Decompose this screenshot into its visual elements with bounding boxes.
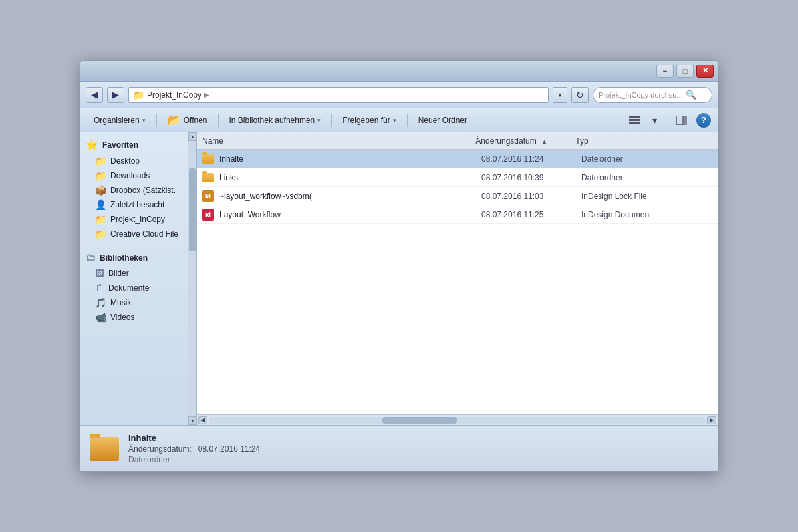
toolbar-separator-5 xyxy=(668,114,668,127)
search-box[interactable]: Projekt_InCopy durchsu... 🔍 xyxy=(593,87,712,103)
favorites-star-icon: ⭐ xyxy=(86,139,98,151)
table-row[interactable]: Id Layout_Workflow 08.07.2016 11:25 InDe… xyxy=(197,205,718,224)
status-name: Inhalte xyxy=(128,433,260,443)
refresh-button[interactable]: ↻ xyxy=(571,87,589,103)
status-info: Inhalte Änderungsdatum: 08.07.2016 11:24… xyxy=(128,433,260,464)
sidebar-item-creative-cloud[interactable]: 📁 Creative Cloud File xyxy=(80,227,196,241)
dropbox-folder-icon: 📦 xyxy=(95,185,106,196)
sidebar-item-bilder[interactable]: 🖼 Bilder xyxy=(80,266,196,281)
table-row[interactable]: Inhalte 08.07.2016 11:24 Dateiordner xyxy=(197,150,718,168)
desktop-folder-icon: 📁 xyxy=(95,156,106,166)
file-type: Dateiordner xyxy=(581,154,712,164)
hscroll-right-button[interactable]: ▶ xyxy=(707,416,716,424)
sidebar-item-videos[interactable]: 📹 Videos xyxy=(80,310,196,325)
toolbar-separator-3 xyxy=(331,114,332,127)
col-date-sort-icon: ▲ xyxy=(541,138,547,145)
file-date: 08.07.2016 11:03 xyxy=(481,192,581,201)
dokumente-icon: 🗒 xyxy=(95,283,104,293)
sidebar-scrollbar[interactable]: ▲ ▼ xyxy=(188,132,196,425)
path-arrow: ▶ xyxy=(204,91,209,98)
toolbar: Organisieren ▾ 📂 Öffnen In Bibliothek au… xyxy=(80,108,718,132)
hscroll-left-button[interactable]: ◀ xyxy=(198,416,207,424)
sidebar-item-musik[interactable]: 🎵 Musik xyxy=(80,295,196,310)
file-date: 08.07.2016 11:24 xyxy=(481,154,581,164)
new-folder-button[interactable]: Neuer Ordner xyxy=(412,112,473,129)
file-date: 08.07.2016 11:25 xyxy=(481,210,581,219)
toolbar-separator-2 xyxy=(218,114,219,127)
statusbar: Inhalte Änderungsdatum: 08.07.2016 11:24… xyxy=(80,425,718,471)
libraries-label: Bibliotheken xyxy=(100,253,148,263)
toolbar-separator-1 xyxy=(156,114,157,127)
library-button[interactable]: In Bibliothek aufnehmen ▾ xyxy=(223,112,328,129)
share-button[interactable]: Freigeben für ▾ xyxy=(336,112,402,129)
toolbar-separator-4 xyxy=(407,114,408,127)
zuletzt-folder-icon: 👤 xyxy=(95,200,106,210)
sidebar-item-zuletzt[interactable]: 👤 Zuletzt besucht xyxy=(80,198,196,212)
svg-rect-4 xyxy=(684,116,687,125)
file-list: Inhalte 08.07.2016 11:24 Dateiordner Lin… xyxy=(197,150,718,414)
close-button[interactable]: ✕ xyxy=(696,65,714,78)
sidebar-scroll-down-button[interactable]: ▼ xyxy=(188,416,197,425)
sidebar-scroll-thumb[interactable] xyxy=(189,168,196,251)
col-type-header[interactable]: Typ xyxy=(575,136,712,146)
view-dropdown-button[interactable]: ▾ xyxy=(645,112,664,129)
status-type: Dateiordner xyxy=(128,455,260,464)
sidebar-item-projekt[interactable]: 📁 Projekt_InCopy xyxy=(80,212,196,227)
status-file-icon xyxy=(90,437,119,461)
favorites-header[interactable]: ⭐ Favoriten xyxy=(80,136,196,154)
libraries-icon: 🗂 xyxy=(86,252,96,263)
sidebar-item-dokumente[interactable]: 🗒 Dokumente xyxy=(80,281,196,295)
sidebar-dokumente-label: Dokumente xyxy=(108,283,149,293)
col-date-header[interactable]: Änderungsdatum ▲ xyxy=(475,136,575,146)
svg-rect-3 xyxy=(676,116,683,125)
file-icon-folder xyxy=(202,173,215,182)
status-date: Änderungsdatum: 08.07.2016 11:24 xyxy=(128,444,260,454)
table-row[interactable]: Id ~layout_workflow~vsdbm( 08.07.2016 11… xyxy=(197,187,718,205)
sidebar-downloads-label: Downloads xyxy=(110,171,150,180)
sidebar-item-downloads[interactable]: 📁 Downloads xyxy=(80,168,196,183)
forward-button[interactable]: ▶ xyxy=(107,87,124,103)
explorer-window: − □ ✕ ◀ ▶ 📁 Projekt_InCopy ▶ ▼ ↻ Projekt… xyxy=(80,60,718,472)
sidebar-desktop-label: Desktop xyxy=(110,156,140,166)
sidebar: ⭐ Favoriten 📁 Desktop 📁 Downloads 📦 Drop… xyxy=(80,132,197,425)
sidebar-videos-label: Videos xyxy=(110,313,134,322)
window-controls: − □ ✕ xyxy=(656,65,714,78)
library-dropdown-arrow: ▾ xyxy=(317,117,321,124)
back-button[interactable]: ◀ xyxy=(86,87,103,103)
file-type: InDesign Document xyxy=(581,210,712,219)
sidebar-item-dropbox[interactable]: 📦 Dropbox (Satzkist. xyxy=(80,183,196,198)
path-folder-icon: 📁 xyxy=(133,90,144,100)
preview-pane-button[interactable] xyxy=(672,112,691,129)
hscroll-track[interactable] xyxy=(209,417,706,424)
creative-folder-icon: 📁 xyxy=(95,229,106,239)
titlebar: − □ ✕ xyxy=(80,61,718,82)
table-row[interactable]: Links 08.07.2016 10:39 Dateiordner xyxy=(197,168,718,187)
minimize-button[interactable]: − xyxy=(656,65,674,78)
organize-button[interactable]: Organisieren ▾ xyxy=(87,112,152,129)
hscroll-thumb[interactable] xyxy=(382,417,457,424)
musik-icon: 🎵 xyxy=(95,297,106,308)
svg-rect-1 xyxy=(629,119,640,121)
address-dropdown[interactable]: ▼ xyxy=(553,87,567,103)
sidebar-zuletzt-label: Zuletzt besucht xyxy=(110,200,164,209)
svg-rect-2 xyxy=(629,122,640,124)
videos-icon: 📹 xyxy=(95,312,106,323)
share-dropdown-arrow: ▾ xyxy=(393,117,396,124)
sidebar-scroll-up-button[interactable]: ▲ xyxy=(188,132,197,141)
sidebar-scroll-track[interactable] xyxy=(188,141,196,416)
open-button[interactable]: 📂 Öffnen xyxy=(161,112,214,129)
address-path[interactable]: 📁 Projekt_InCopy ▶ xyxy=(128,87,549,103)
content-area: ⭐ Favoriten 📁 Desktop 📁 Downloads 📦 Drop… xyxy=(80,132,718,425)
help-button[interactable]: ? xyxy=(696,113,711,128)
file-type: InDesign Lock File xyxy=(581,192,712,201)
view-details-button[interactable] xyxy=(625,112,644,129)
col-name-header[interactable]: Name xyxy=(202,136,475,146)
sidebar-item-desktop[interactable]: 📁 Desktop xyxy=(80,154,196,168)
file-type: Dateiordner xyxy=(581,173,712,182)
file-name: Layout_Workflow xyxy=(219,210,481,219)
file-list-header: Name Änderungsdatum ▲ Typ xyxy=(197,132,718,150)
addressbar: ◀ ▶ 📁 Projekt_InCopy ▶ ▼ ↻ Projekt_InCop… xyxy=(80,82,718,108)
sidebar-creative-label: Creative Cloud File xyxy=(110,229,178,239)
maximize-button[interactable]: □ xyxy=(676,65,694,78)
libraries-header[interactable]: 🗂 Bibliotheken xyxy=(80,249,196,266)
